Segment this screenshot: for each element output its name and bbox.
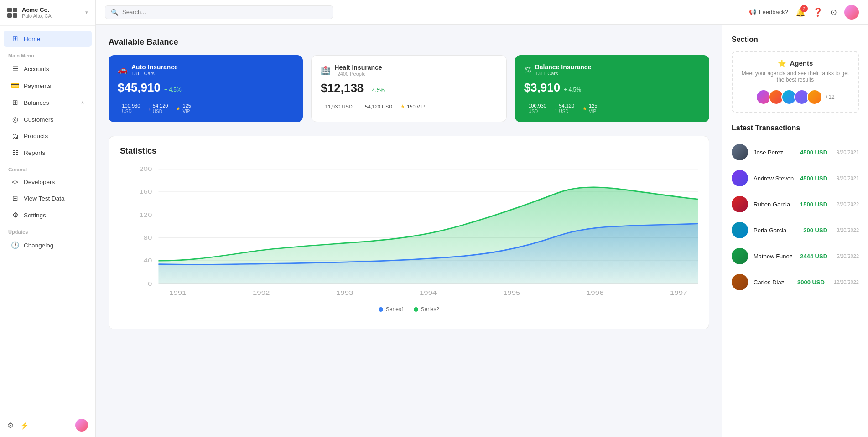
stat-unit: USD (122, 109, 140, 114)
svg-text:1995: 1995 (503, 289, 520, 296)
settings-bottom-icon[interactable]: ⚙ (7, 421, 14, 430)
home-icon: ⊞ (11, 35, 19, 43)
star-icon: ★ (176, 106, 181, 112)
transaction-item: Mathew Funez 2444 USD 5/20/2022 (732, 243, 859, 269)
txn-amount: 2444 USD (800, 253, 827, 260)
legend-label-series2: Series2 (421, 306, 440, 313)
feedback-label: Feedback? (759, 9, 788, 15)
agents-card: ⭐ Agents Meet your agenda and see their … (732, 51, 859, 113)
svg-text:1992: 1992 (253, 289, 270, 296)
help-icon[interactable]: ❓ (813, 7, 823, 17)
megaphone-icon: 📢 (749, 9, 756, 15)
right-section-title: Section (732, 36, 859, 44)
agents-description: Meet your agenda and see their ranks to … (740, 70, 851, 83)
agent-avatar-5 (807, 89, 822, 105)
txn-name: Carlos Diaz (754, 279, 792, 286)
sidebar-item-changelog[interactable]: 🕐 Changelog (4, 237, 92, 253)
sidebar-item-view-test-data[interactable]: ⊟ View Test Data (4, 190, 92, 206)
sidebar-item-home[interactable]: ⊞ Home (4, 31, 92, 47)
developers-icon: <> (11, 179, 19, 185)
stat-vip: ★ 125VIP (582, 103, 597, 114)
sidebar-item-label: Accounts (24, 66, 49, 72)
arrow-down-icon: ↓ (555, 106, 557, 111)
sidebar-item-payments[interactable]: 💳 Payments (4, 77, 92, 94)
svg-text:1993: 1993 (336, 289, 353, 296)
card-stats: ↑ 100,930USD ↓ 54,120USD ★ 125VIP (524, 103, 700, 114)
legend-dot-series2 (414, 307, 418, 312)
notifications-button[interactable]: 🔔 2 (795, 7, 806, 17)
sidebar-item-balances[interactable]: ⊞ Balances ∧ (4, 94, 92, 111)
txn-avatar (732, 248, 748, 264)
card-amount: $12,138 (321, 81, 364, 95)
sidebar-item-reports[interactable]: ☷ Reports (4, 144, 92, 161)
test-data-icon: ⊟ (11, 194, 19, 202)
card-change: + 4.5% (164, 87, 182, 93)
stat-usd-up: ↑ 100,930USD (524, 103, 546, 114)
txn-name: Jose Perez (754, 149, 795, 156)
chevron-down-icon: ▾ (85, 10, 88, 15)
feedback-button[interactable]: 📢 Feedback? (749, 9, 788, 15)
txn-date: 5/20/2022 (837, 253, 859, 259)
transactions-list: Jose Perez 4500 USD 9/20/2021 Andrew Ste… (732, 139, 859, 295)
txn-avatar (732, 196, 748, 212)
stat-unit: USD (559, 109, 574, 114)
search-input[interactable] (122, 9, 327, 15)
reports-icon: ☷ (11, 149, 19, 157)
stat-value: 100,930 (528, 103, 546, 108)
card-header: 🏥 Healt Insurance +2400 People (321, 64, 497, 77)
sidebar-item-label: Customers (24, 116, 53, 123)
sidebar-item-label: Products (24, 133, 48, 139)
sidebar: Acme Co. Palo Alto, CA ▾ ⊞ Home Main Men… (0, 0, 96, 437)
main-content: Available Balance 🚗 Auto Insurance 1311 … (96, 25, 722, 437)
svg-text:200: 200 (139, 165, 152, 172)
sidebar-item-products[interactable]: 🗂 Products (4, 128, 92, 144)
user-avatar-small[interactable] (75, 419, 88, 432)
card-subtitle: +2400 People (334, 71, 382, 77)
statistics-section: Statistics 200 160 120 80 (109, 136, 709, 329)
search-icon: 🔍 (111, 9, 119, 16)
sidebar-item-customers[interactable]: ◎ Customers (4, 111, 92, 128)
sidebar-item-settings[interactable]: ⚙ Settings (4, 207, 92, 223)
svg-text:1997: 1997 (670, 289, 687, 296)
statistics-title: Statistics (120, 146, 698, 156)
stat-usd-down: ↓ 54,120USD (555, 103, 574, 114)
txn-avatar (732, 222, 748, 238)
stat-value: 11,930 USD (325, 104, 353, 109)
sidebar-item-developers[interactable]: <> Developers (4, 175, 92, 190)
user-avatar[interactable] (844, 5, 859, 20)
stat-value: 54,120 (559, 103, 574, 108)
txn-name: Andrew Steven (754, 175, 795, 182)
star-icon: ★ (582, 106, 587, 112)
stat-usd-up: ↑ 100,930USD (118, 103, 140, 114)
agents-more-count: +12 (825, 94, 834, 100)
statistics-chart: 200 160 120 80 40 0 (120, 164, 698, 319)
payments-icon: 💳 (11, 82, 19, 90)
search-bar[interactable]: 🔍 (105, 5, 333, 19)
filter-icon[interactable]: ⚡ (20, 421, 29, 430)
card-amount: $3,910 (524, 81, 561, 95)
balances-icon: ⊞ (11, 98, 19, 107)
company-name: Acme Co. (22, 6, 52, 13)
github-icon[interactable]: ⊙ (830, 7, 837, 17)
grid-icon (7, 8, 17, 18)
stat-unit: USD (153, 109, 168, 114)
arrow-down-icon: ↓ (321, 104, 323, 109)
svg-text:80: 80 (144, 234, 152, 241)
sidebar-item-accounts[interactable]: ☰ Accounts (4, 61, 92, 77)
notification-badge: 2 (800, 5, 808, 12)
stat-value: 100,930 (122, 103, 140, 108)
sidebar-navigation: ⊞ Home Main Menu ☰ Accounts 💳 Payments ⊞… (0, 26, 95, 413)
chart-svg: 200 160 120 80 40 0 (120, 164, 698, 301)
chevron-up-icon: ∧ (81, 100, 84, 106)
company-location: Palo Alto, CA (22, 13, 52, 19)
legend-dot-series1 (379, 307, 383, 312)
arrow-up-icon: ↑ (118, 106, 120, 111)
svg-text:0: 0 (148, 280, 152, 287)
txn-avatar (732, 144, 748, 160)
updates-label: Updates (0, 224, 95, 236)
sidebar-item-label: Reports (24, 149, 45, 156)
svg-text:1991: 1991 (169, 289, 187, 296)
balance-card-auto: 🚗 Auto Insurance 1311 Cars $45,910 + 4.5… (109, 55, 303, 122)
company-logo[interactable]: Acme Co. Palo Alto, CA ▾ (0, 0, 95, 26)
stat-unit: USD (528, 109, 546, 114)
